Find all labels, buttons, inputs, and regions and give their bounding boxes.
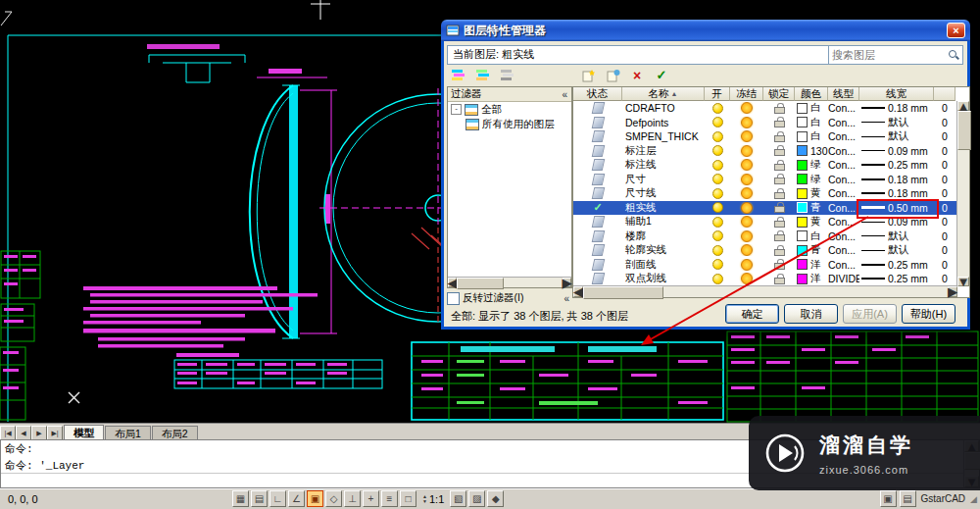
new-layer-button[interactable]	[578, 67, 598, 83]
layer-color[interactable]: 黄	[795, 186, 828, 200]
layer-on-toggle[interactable]	[705, 230, 730, 241]
layer-linetype[interactable]: Con...	[828, 174, 859, 185]
layer-lineweight[interactable]: 0.18 mm	[859, 102, 934, 114]
annotation-toggle[interactable]: ▨	[468, 490, 485, 507]
layer-table-hscrollbar[interactable]: ◀ ▶	[573, 285, 957, 297]
layer-freeze-toggle[interactable]	[730, 187, 763, 199]
layer-on-toggle[interactable]	[705, 245, 730, 256]
apply-button[interactable]: 应用(A)	[843, 304, 897, 324]
layer-color[interactable]: 白	[795, 229, 828, 243]
tab-nav-button[interactable]: |◀	[0, 426, 16, 440]
layer-linetype[interactable]: Con...	[828, 117, 859, 128]
layer-row[interactable]: 标注层 130 Con... 0.09 mm 0	[573, 144, 957, 159]
layer-lock-toggle[interactable]	[763, 217, 795, 228]
layer-lineweight[interactable]: 0.09 mm	[859, 145, 934, 157]
scroll-thumb[interactable]	[457, 278, 504, 289]
layer-color[interactable]: 青	[795, 243, 828, 257]
resize-grip[interactable]: ◢	[970, 494, 977, 504]
layer-lineweight[interactable]: 0.25 mm	[859, 273, 934, 284]
layer-on-toggle[interactable]	[705, 274, 730, 284]
tree-expander-icon[interactable]: -	[451, 104, 462, 115]
ok-button[interactable]: 确定	[725, 304, 779, 324]
tab-nav-button[interactable]: ◀	[16, 426, 31, 440]
layer-freeze-toggle[interactable]	[730, 130, 763, 142]
layer-freeze-toggle[interactable]	[730, 102, 763, 114]
layer-color[interactable]: 绿	[795, 158, 828, 172]
layer-linetype[interactable]: Con...	[828, 187, 859, 199]
dialog-titlebar[interactable]: 图层特性管理器 ×	[441, 20, 970, 41]
layer-row[interactable]: 标注线 绿 Con... 0.25 mm 0	[573, 158, 957, 173]
tab-布局1[interactable]: 布局1	[105, 426, 151, 440]
layer-color[interactable]: 130	[795, 145, 828, 157]
workspace-toggle[interactable]: ◆	[487, 490, 504, 507]
layer-freeze-toggle[interactable]	[730, 216, 763, 228]
scroll-right-button[interactable]: ▶	[563, 278, 571, 287]
col-lineweight[interactable]: 线宽	[859, 87, 934, 101]
layer-row[interactable]: CDRAFTO 白 Con... 0.18 mm 0	[573, 101, 957, 116]
layer-linetype[interactable]: Con...	[828, 159, 859, 171]
quick-properties-toggle[interactable]: ▧	[450, 490, 466, 507]
layer-linetype[interactable]: Con...	[828, 216, 859, 228]
layer-on-toggle[interactable]	[705, 217, 730, 228]
layer-lineweight[interactable]: 默认	[859, 116, 934, 129]
layer-lock-toggle[interactable]	[763, 259, 795, 270]
scale-spinner[interactable]: ▲▼	[422, 494, 427, 504]
layer-lineweight[interactable]: 默认	[859, 243, 934, 257]
layer-linetype[interactable]: Con...	[828, 102, 859, 114]
layer-lock-toggle[interactable]	[763, 131, 795, 142]
layer-color[interactable]: 白	[795, 129, 828, 143]
layer-lock-toggle[interactable]	[763, 274, 795, 284]
help-button[interactable]: 帮助(H)	[902, 304, 956, 324]
layer-lineweight[interactable]: 0.25 mm	[859, 259, 934, 271]
layer-color[interactable]: 白	[795, 101, 828, 115]
layer-on-toggle[interactable]	[705, 160, 730, 171]
layer-lock-toggle[interactable]	[763, 103, 795, 114]
ortho-toggle[interactable]: ∟	[270, 490, 286, 507]
snap-toggle[interactable]: ▦	[232, 490, 249, 507]
layer-linetype[interactable]: Con...	[828, 259, 859, 271]
layer-linetype[interactable]: Con...	[828, 145, 859, 157]
layer-freeze-toggle[interactable]	[730, 273, 763, 284]
new-group-filter-button[interactable]	[473, 67, 493, 83]
collapse-filter-button[interactable]: «	[561, 89, 568, 100]
col-status[interactable]: 状态	[573, 87, 622, 101]
layer-on-toggle[interactable]	[705, 174, 730, 184]
invert-filter-checkbox[interactable]	[447, 292, 460, 305]
layer-freeze-toggle[interactable]	[730, 259, 763, 271]
layer-lineweight[interactable]: 默认	[859, 229, 934, 243]
polar-toggle[interactable]: ∠	[288, 490, 305, 507]
layer-lineweight[interactable]: 0.18 mm	[859, 174, 934, 185]
scroll-left-button[interactable]: ◀	[448, 278, 457, 287]
col-linetype[interactable]: 线型	[828, 87, 859, 101]
layer-on-toggle[interactable]	[705, 259, 730, 270]
col-name[interactable]: 名称▲	[622, 87, 705, 101]
ducs-toggle[interactable]: ⊥	[344, 490, 361, 507]
layer-linetype[interactable]: Con...	[828, 130, 859, 142]
layer-row[interactable]: SMPEN_THICK 白 Con... 默认 0	[573, 129, 957, 144]
lwt-toggle[interactable]: ≡	[381, 490, 398, 507]
delete-layer-button[interactable]: ×	[627, 67, 647, 83]
set-current-button[interactable]: ✓	[652, 67, 671, 83]
layer-lock-toggle[interactable]	[763, 145, 795, 156]
layer-row[interactable]: 剖面线 洋 Con... 0.25 mm 0	[573, 258, 957, 273]
search-input[interactable]	[829, 49, 949, 61]
scroll-left-button[interactable]: ◀	[573, 286, 583, 297]
layer-color[interactable]: 黄	[795, 215, 828, 229]
toolbar-lock-toggle[interactable]: ▣	[880, 490, 897, 507]
tab-模型[interactable]: 模型	[64, 425, 104, 440]
scroll-thumb[interactable]	[583, 286, 663, 299]
new-property-filter-button[interactable]	[449, 67, 468, 83]
layer-lock-toggle[interactable]	[763, 160, 795, 171]
layer-on-toggle[interactable]	[705, 117, 730, 127]
layer-states-manager-button[interactable]	[498, 67, 517, 83]
layer-linetype[interactable]: Con...	[828, 244, 859, 256]
layer-color[interactable]: 绿	[795, 173, 828, 186]
tree-item-all[interactable]: - 全部	[448, 102, 571, 117]
layer-lineweight[interactable]: 0.18 mm	[859, 187, 934, 199]
layer-row[interactable]: 双点划线 洋 DIVIDE 0.25 mm 0	[573, 272, 957, 286]
layer-table-vscrollbar[interactable]: ▲ ▼	[956, 101, 969, 286]
layer-lock-toggle[interactable]	[763, 245, 795, 256]
layer-on-toggle[interactable]	[705, 103, 730, 114]
layer-lineweight[interactable]: 0.25 mm	[859, 159, 934, 171]
col-on[interactable]: 开	[705, 87, 730, 101]
